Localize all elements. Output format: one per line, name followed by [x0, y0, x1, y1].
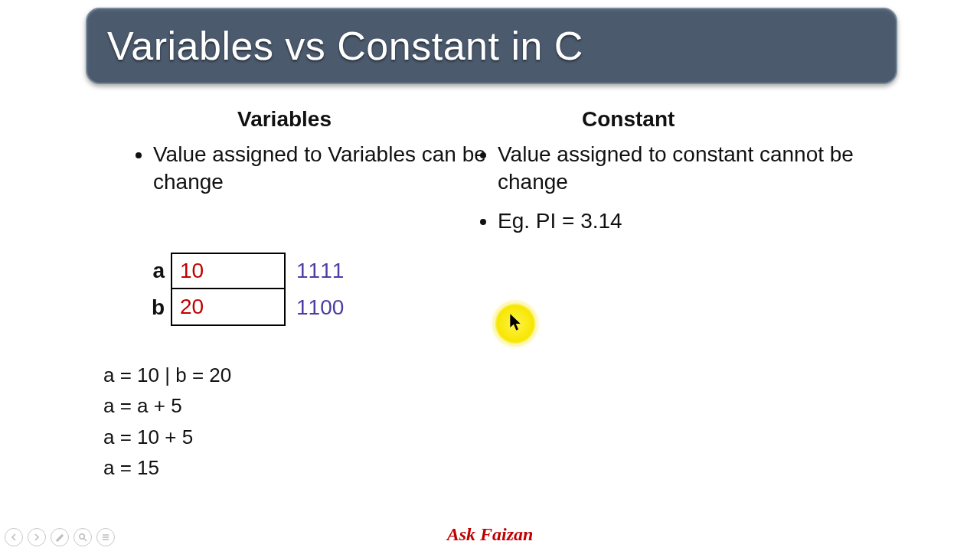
table-row: a 10 1111 — [134, 253, 344, 289]
code-line: a = 10 + 5 — [103, 422, 231, 452]
menu-icon[interactable] — [96, 528, 115, 546]
list-item: Eg. PI = 3.14 — [498, 207, 903, 235]
slide: Variables vs Constant in C Variables Val… — [0, 0, 980, 551]
presentation-toolbar — [5, 528, 115, 546]
list-item: Value assigned to constant cannot be cha… — [498, 141, 903, 197]
code-line: a = a + 5 — [103, 390, 231, 421]
var-value: 20 — [171, 289, 286, 326]
var-value: 10 — [171, 253, 286, 289]
variables-bullets: Value assigned to Variables can be chang… — [130, 141, 528, 197]
column-variables: Variables Value assigned to Variables ca… — [130, 107, 528, 207]
footer-credit: Ask Faizan — [0, 524, 980, 545]
cursor-highlight — [494, 302, 537, 345]
var-address: 1111 — [296, 259, 344, 283]
var-label: a — [134, 259, 171, 283]
next-icon[interactable] — [28, 528, 46, 546]
svg-point-0 — [80, 534, 84, 539]
code-line: a = 15 — [103, 452, 231, 483]
pen-icon[interactable] — [51, 528, 69, 546]
title-bar: Variables vs Constant in C — [86, 8, 897, 84]
var-label: b — [134, 295, 171, 320]
code-line: a = 10 | b = 20 — [103, 360, 231, 390]
zoom-icon[interactable] — [74, 528, 92, 546]
slide-title: Variables vs Constant in C — [107, 23, 583, 69]
var-address: 1100 — [296, 295, 344, 320]
constant-bullets: Value assigned to constant cannot be cha… — [475, 141, 903, 235]
column-constant: Constant Value assigned to constant cann… — [475, 107, 903, 246]
cursor-icon — [508, 313, 522, 334]
table-row: b 20 1100 — [134, 289, 344, 326]
list-item: Value assigned to Variables can be chang… — [153, 141, 528, 197]
code-example: a = 10 | b = 20 a = a + 5 a = 10 + 5 a =… — [103, 360, 231, 483]
variable-table: a 10 1111 b 20 1100 — [134, 253, 344, 326]
constant-heading: Constant — [582, 107, 903, 132]
prev-icon[interactable] — [5, 528, 23, 546]
